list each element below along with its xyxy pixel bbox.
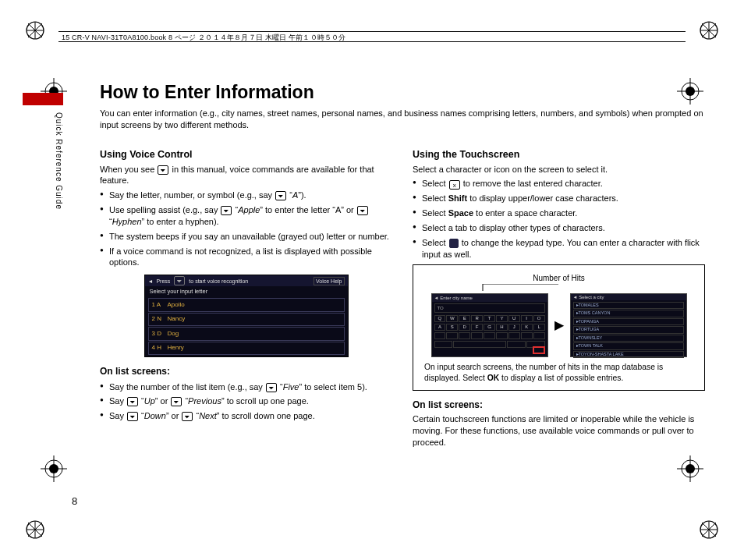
- delete-key-icon: x: [449, 180, 460, 190]
- voice-bullet: If a voice command is not recognized, a …: [100, 246, 392, 269]
- results-screenshot: ◄ Select a city ▸ TOMALES ▸ TOMS CANYON …: [570, 293, 687, 357]
- registration-mark-icon: [699, 519, 719, 540]
- voice-icon: ⏷: [275, 191, 286, 200]
- keyboard-screenshot: ◄ Enter city name TO QWERTYUIO ASDFGHJKL: [431, 293, 548, 357]
- figure-caption: On input search screens, the number of h…: [424, 362, 693, 384]
- touch-bullet: Select a tab to display other types of c…: [413, 222, 705, 234]
- voice-icon: ⏷: [171, 397, 182, 406]
- voice-icon: ⏷: [182, 412, 193, 421]
- list-item: 1 AApollo: [148, 298, 345, 312]
- voice-control-heading: Using Voice Control: [100, 148, 392, 161]
- touch-bullet: Select x to remove the last entered char…: [413, 178, 705, 190]
- figure-label: Number of Hits: [424, 273, 693, 284]
- voice-icon: ⏷: [266, 383, 277, 392]
- section-color-tab: [23, 93, 63, 105]
- voice-lead: When you see ⏷ in this manual, voice com…: [100, 164, 392, 187]
- list-bullet: Say the number of the list item (e.g., s…: [100, 381, 392, 393]
- list-screens-heading: On list screens:: [100, 365, 392, 377]
- touch-bullet: Select Space to enter a space character.: [413, 207, 705, 219]
- page-number: 8: [72, 495, 77, 507]
- touchscreen-heading: Using the Touchscreen: [413, 148, 705, 161]
- arrow-right-icon: ▶: [554, 319, 564, 331]
- section-label: Quick Reference Guide: [55, 112, 63, 210]
- list-item: 4 HHenry: [148, 342, 345, 356]
- list-bullet: Say ⏷ “Down” or ⏷ “Next” to scroll down …: [100, 410, 392, 422]
- list-screens-heading-right: On list screens:: [413, 399, 705, 411]
- voice-icon: ⏷: [127, 397, 138, 406]
- touchscreen-lead: Select a character or icon on the screen…: [413, 164, 705, 175]
- figure-box: Number of Hits ◄ Enter city name TO QWER…: [413, 264, 705, 390]
- voice-icon: ⏷: [357, 206, 368, 215]
- hits-highlight: [533, 346, 545, 354]
- page-title: How to Enter Information: [100, 82, 705, 103]
- voice-icon: ⏷: [127, 412, 138, 421]
- list-bullet: Say ⏷ “Up” or ⏷ “Previous” to scroll up …: [100, 395, 392, 407]
- touch-bullet: Select to change the keypad type. You ca…: [413, 237, 705, 261]
- back-icon: ◄: [434, 295, 439, 301]
- back-icon: ◄: [148, 278, 154, 285]
- registration-mark-icon: [25, 519, 45, 540]
- voice-bullet: Use spelling assist (e.g., say ⏷ “Apple”…: [100, 204, 392, 228]
- touch-bullet: Select Shift to display upper/lower case…: [413, 193, 705, 204]
- cross-mark-icon: [677, 455, 703, 482]
- cross-mark-icon: [41, 455, 67, 482]
- list-item: 2 NNancy: [148, 313, 345, 327]
- back-icon: ◄: [573, 294, 578, 300]
- voice-bullet: The system beeps if you say an unavailab…: [100, 231, 392, 243]
- voice-icon: ⏷: [221, 206, 232, 215]
- voice-screenshot: ◄ Press ⏷ to start voice recognition Voi…: [144, 275, 349, 357]
- voice-icon: ⏷: [158, 165, 168, 175]
- left-column: Using Voice Control When you see ⏷ in th…: [100, 148, 392, 448]
- page-content: How to Enter Information You can enter i…: [100, 82, 705, 448]
- list-item: 3 DDog: [148, 327, 345, 341]
- intro-text: You can enter information (e.g., city na…: [100, 108, 704, 131]
- keypad-type-icon: [449, 239, 459, 248]
- registration-mark-icon: [699, 20, 719, 41]
- right-column: Using the Touchscreen Select a character…: [413, 148, 705, 448]
- running-head: 15 CR-V NAVI-31T0A8100.book 8 ページ ２０１４年８…: [58, 31, 686, 42]
- touchscreen-footer: Certain touchscreen functions are limite…: [413, 413, 705, 448]
- voice-bullet: Say the letter, number, or symbol (e.g.,…: [100, 190, 392, 201]
- registration-mark-icon: [25, 20, 45, 41]
